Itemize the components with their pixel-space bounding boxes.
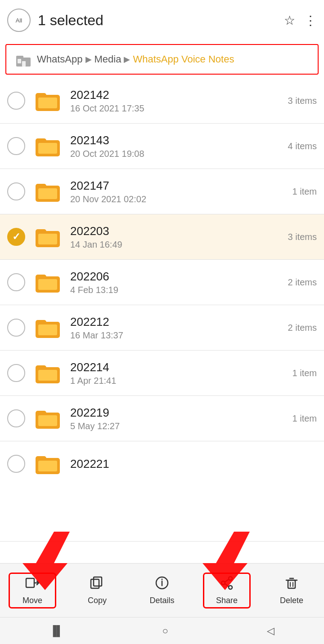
list-item[interactable]: 202147 20 Nov 2021 02:02 1 item <box>0 169 324 214</box>
item-info-202206: 202206 4 Feb 13:19 <box>70 270 288 295</box>
item-count: 1 item <box>292 413 317 424</box>
svg-point-39 <box>229 577 232 580</box>
item-date: 14 Jan 16:49 <box>70 240 288 250</box>
item-date: 4 Feb 13:19 <box>70 285 288 295</box>
copy-icon <box>90 576 104 593</box>
folder-icon <box>33 404 62 433</box>
item-name: 202203 <box>70 224 288 238</box>
breadcrumb-whatsapp[interactable]: WhatsApp <box>37 53 83 65</box>
checkbox-202142[interactable] <box>7 92 25 110</box>
item-info-202143: 202143 20 Oct 2021 19:08 <box>70 133 288 159</box>
item-info-202219: 202219 5 May 12:27 <box>70 406 292 431</box>
item-date: 5 May 12:27 <box>70 421 292 431</box>
move-icon <box>25 576 40 593</box>
move-button[interactable]: Move <box>10 574 55 607</box>
item-date: 16 Mar 13:37 <box>70 330 288 341</box>
checkbox-202147[interactable] <box>7 182 25 200</box>
header-actions: ☆ ⋮ <box>284 13 317 28</box>
breadcrumb-arrow-1: ▶ <box>86 54 92 64</box>
breadcrumb[interactable]: WhatsApp ▶ Media ▶ WhatsApp Voice Notes <box>5 44 319 75</box>
item-name: 202147 <box>70 179 292 193</box>
share-button[interactable]: Share <box>204 574 249 607</box>
home-icon[interactable] <box>14 49 33 69</box>
list-item-selected[interactable]: ✓ 202203 14 Jan 16:49 3 items <box>0 214 324 260</box>
delete-label: Delete <box>280 596 303 605</box>
bottom-toolbar: Move Copy Details <box>0 563 324 617</box>
item-count: 3 items <box>288 96 317 106</box>
checkbox-202143[interactable] <box>7 137 25 155</box>
details-button[interactable]: Details <box>140 576 184 605</box>
item-info-202214: 202214 1 Apr 21:41 <box>70 360 292 386</box>
item-name: 202212 <box>70 315 288 329</box>
header: All 1 selected ☆ ⋮ <box>0 0 324 40</box>
item-date: 20 Oct 2021 19:08 <box>70 149 288 159</box>
select-all-label: All <box>16 17 22 24</box>
svg-point-41 <box>229 586 232 589</box>
item-name: 202143 <box>70 133 288 147</box>
nav-home-icon[interactable]: ○ <box>162 625 168 637</box>
svg-rect-9 <box>38 143 57 154</box>
folder-icon <box>33 313 62 342</box>
delete-button[interactable]: Delete <box>269 576 314 605</box>
select-all-circle[interactable]: All <box>7 9 31 32</box>
list-item[interactable]: 202206 4 Feb 13:19 2 items <box>0 260 324 305</box>
nav-recent-icon[interactable]: ▐▌ <box>50 625 63 637</box>
item-date: 20 Nov 2021 02:02 <box>70 194 292 204</box>
svg-line-43 <box>225 584 229 586</box>
delete-icon <box>284 576 299 593</box>
list-item[interactable]: 202142 16 Oct 2021 17:35 3 items <box>0 78 324 124</box>
item-date: 1 Apr 21:41 <box>70 376 292 386</box>
svg-rect-21 <box>38 324 57 335</box>
folder-icon <box>33 132 62 160</box>
navigation-bar: ▐▌ ○ ◁ <box>0 617 324 644</box>
svg-rect-33 <box>26 578 34 587</box>
checkbox-202221[interactable] <box>7 455 25 473</box>
breadcrumb-media[interactable]: Media <box>94 53 122 65</box>
svg-rect-44 <box>288 580 295 588</box>
copy-button[interactable]: Copy <box>75 576 120 605</box>
svg-rect-15 <box>38 234 57 244</box>
item-info-202147: 202147 20 Nov 2021 02:02 <box>70 179 292 204</box>
check-icon: ✓ <box>12 231 20 243</box>
svg-rect-35 <box>94 577 102 586</box>
selection-count: 1 selected <box>38 12 284 29</box>
list-item[interactable]: 202212 16 Mar 13:37 2 items <box>0 305 324 351</box>
item-count: 4 items <box>288 141 317 151</box>
item-date: 16 Oct 2021 17:35 <box>70 103 288 114</box>
list-item[interactable]: 202143 20 Oct 2021 19:08 4 items <box>0 124 324 169</box>
details-label: Details <box>149 596 174 605</box>
item-name: 202142 <box>70 88 288 102</box>
item-name: 202221 <box>70 457 317 471</box>
list-item[interactable]: 202219 5 May 12:27 1 item <box>0 396 324 441</box>
svg-rect-3 <box>22 61 26 67</box>
checkbox-202214[interactable] <box>7 364 25 382</box>
svg-rect-1 <box>16 56 23 59</box>
list-item[interactable]: 202214 1 Apr 21:41 1 item <box>0 351 324 396</box>
svg-line-42 <box>225 579 229 582</box>
svg-rect-30 <box>38 461 57 471</box>
star-icon[interactable]: ☆ <box>284 13 295 28</box>
checkbox-202212[interactable] <box>7 319 25 337</box>
list-item[interactable]: 202221 <box>0 441 324 542</box>
item-info-202203: 202203 14 Jan 16:49 <box>70 224 288 250</box>
nav-back-icon[interactable]: ◁ <box>267 625 274 637</box>
item-count: 2 items <box>288 323 317 333</box>
more-options-icon[interactable]: ⋮ <box>304 13 317 28</box>
breadcrumb-voice-notes[interactable]: WhatsApp Voice Notes <box>133 53 234 65</box>
item-info-202221: 202221 <box>70 457 317 471</box>
checkbox-202219[interactable] <box>7 409 25 427</box>
item-name: 202214 <box>70 360 292 374</box>
folder-icon <box>33 359 62 387</box>
move-label: Move <box>22 596 42 605</box>
item-info-202142: 202142 16 Oct 2021 17:35 <box>70 88 288 114</box>
folder-icon <box>33 222 62 251</box>
item-name: 202206 <box>70 270 288 284</box>
item-count: 3 items <box>288 232 317 242</box>
copy-label: Copy <box>88 596 107 605</box>
checkbox-202203[interactable]: ✓ <box>7 228 25 246</box>
checkbox-202206[interactable] <box>7 273 25 291</box>
svg-rect-24 <box>38 370 57 381</box>
share-label: Share <box>216 596 238 605</box>
folder-list: 202142 16 Oct 2021 17:35 3 items 202143 … <box>0 78 324 542</box>
breadcrumb-path: WhatsApp ▶ Media ▶ WhatsApp Voice Notes <box>37 53 234 65</box>
